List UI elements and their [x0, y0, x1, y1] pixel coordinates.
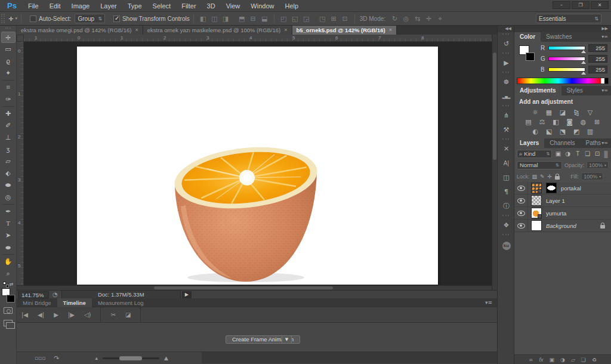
zoom-level-field[interactable]: 141.75% [18, 291, 49, 298]
tab-measurement-log[interactable]: Measurement Log [92, 298, 150, 307]
vertical-scrollbar[interactable] [492, 35, 497, 290]
filter-type-layers-icon[interactable]: T [574, 150, 581, 157]
distribute-left-edges-icon[interactable]: ◳ [317, 15, 328, 23]
green-value-field[interactable]: 255 [588, 55, 607, 63]
paragraph-panel-icon[interactable]: ¶ [498, 185, 515, 199]
hue-saturation-icon[interactable]: ▤ [524, 118, 533, 126]
levels-icon[interactable]: ▦ [544, 109, 554, 116]
tab-channels[interactable]: Channels [544, 138, 580, 148]
show-transform-checkbox[interactable] [113, 16, 120, 22]
gradient-map-icon[interactable]: ▥ [585, 128, 595, 135]
shape-tool[interactable]: ● [1, 243, 16, 251]
menu-window[interactable]: Window [245, 0, 279, 12]
visibility-cell[interactable] [514, 195, 528, 207]
opacity-dropdown[interactable]: 100% ▾ [587, 161, 609, 169]
pen-tool[interactable]: ✒ [1, 206, 16, 217]
link-layers-icon[interactable]: ∞ [529, 357, 533, 363]
first-frame-button[interactable]: |◀ [17, 311, 33, 318]
color-lookup-icon[interactable]: ⊞ [593, 118, 602, 126]
layer-style-fx-icon[interactable]: fx [539, 357, 544, 363]
fill-dropdown[interactable]: 100% ▾ [581, 172, 603, 180]
blue-slider-thumb[interactable] [581, 72, 586, 75]
3d-zoom-icon[interactable]: ⌖ [435, 15, 445, 23]
blue-slider[interactable] [548, 67, 585, 72]
menu-layer[interactable]: Layer [95, 0, 122, 12]
lasso-tool[interactable]: ϱ [1, 55, 16, 67]
threshold-icon[interactable]: ⬔ [558, 128, 567, 135]
lock-all-icon[interactable] [555, 176, 560, 180]
dock-drag-handle[interactable] [502, 33, 509, 36]
layer-row-portakal[interactable]: portakal [514, 182, 611, 195]
horizontal-scrollbar[interactable] [17, 285, 492, 290]
panel-menu-icon[interactable]: ▾≡ [601, 88, 608, 93]
clone-source-panel-icon[interactable]: ✕ [498, 142, 515, 156]
quick-selection-tool[interactable]: ✦ [1, 67, 16, 79]
actions-panel-icon[interactable]: ▶ [498, 56, 515, 70]
move-tool[interactable]: ✛ [1, 32, 16, 43]
timeline-zoom-slider[interactable] [103, 357, 159, 359]
document-tab-1[interactable]: ekstra maske ornegi.psd @ 142% (RGB/16) … [17, 26, 143, 35]
menu-edit[interactable]: Edit [44, 0, 66, 12]
menu-file[interactable]: File [23, 0, 44, 12]
distribute-top-edges-icon[interactable]: ◰ [279, 15, 289, 23]
history-panel-icon[interactable]: ↺ [498, 37, 515, 51]
healing-brush-tool[interactable]: ✚ [1, 108, 16, 119]
menu-type[interactable]: Type [122, 0, 147, 12]
layer-thumbnail[interactable] [531, 220, 542, 231]
document-tab-3-active[interactable]: b5_ornek5.psd @ 142% (RGB/16) × [292, 26, 397, 35]
lock-position-icon[interactable]: ✛ [548, 174, 553, 180]
path-selection-tool[interactable]: ➤ [1, 230, 16, 241]
tab-timeline[interactable]: Timeline [57, 298, 92, 307]
split-clip-icon[interactable]: ✂ [106, 311, 120, 318]
distribute-bottom-edges-icon[interactable]: ◲ [301, 15, 311, 23]
clone-stamp-tool[interactable]: ⊥ [1, 132, 16, 143]
eye-icon[interactable] [517, 198, 525, 203]
quick-mask-button[interactable] [4, 307, 13, 314]
zoom-out-icon[interactable]: ▴ [95, 355, 98, 361]
auto-select-group-dropdown[interactable]: Group ⇅ [75, 14, 105, 23]
vertical-scrollbar-thumb[interactable] [493, 53, 496, 160]
close-button[interactable]: ✕ [591, 1, 609, 9]
3d-slide-icon[interactable]: ✛ [424, 15, 434, 23]
curves-icon[interactable]: ◪ [558, 109, 567, 116]
tool-presets-panel-icon[interactable]: ⚒ [498, 123, 515, 137]
align-bottom-edges-icon[interactable]: ⬓ [260, 15, 270, 23]
smudge-tool[interactable]: ⬬ [1, 180, 16, 191]
foreground-background-swatches[interactable] [2, 288, 15, 303]
panel-menu-icon[interactable]: ▾≡ [485, 300, 492, 306]
menu-select[interactable]: Select [147, 0, 177, 12]
align-left-edges-icon[interactable]: ◧ [198, 15, 208, 23]
collapse-panels-icon[interactable]: ▶▶ [514, 26, 611, 32]
color-panel-swatches[interactable] [519, 45, 535, 61]
dock-drag-handle[interactable] [502, 105, 509, 107]
canvas-pasteboard[interactable] [24, 42, 492, 285]
align-vertical-centers-icon[interactable]: ⊟ [248, 15, 258, 23]
document-tab-2[interactable]: ekstra ornek yazı maskeleme.psd @ 100% (… [143, 26, 292, 35]
info-panel-icon[interactable]: ⓘ [498, 199, 515, 214]
background-color-swatch[interactable] [526, 53, 535, 61]
channel-mixer-icon[interactable]: ◍ [579, 118, 588, 126]
lock-transparency-icon[interactable]: ▨ [532, 174, 538, 180]
blend-mode-dropdown[interactable]: Normal ⇅ [517, 161, 562, 169]
distribute-right-edges-icon[interactable]: ⊡ [340, 15, 350, 23]
eye-icon[interactable] [517, 211, 525, 216]
menu-3d[interactable]: 3D [202, 0, 221, 12]
layer-row-yumurta[interactable]: yumurta [514, 207, 611, 220]
horizontal-scrollbar-thumb[interactable] [154, 286, 333, 289]
crop-tool[interactable]: ⌗ [1, 82, 16, 93]
transition-icon[interactable]: ◪ [121, 311, 135, 318]
workspace-dropdown[interactable]: Essentials ⇅ [536, 14, 601, 23]
horizontal-ruler[interactable]: 1 0 1 2 3 4 5 6 7 8 [24, 35, 492, 42]
new-layer-icon[interactable]: ❏ [581, 357, 586, 363]
previous-frame-button[interactable]: ◀| [33, 311, 49, 318]
filter-pixel-layers-icon[interactable]: ▣ [554, 150, 561, 157]
tab-close-icon[interactable]: × [389, 26, 392, 35]
filter-toggle-switch[interactable]: ▮ [603, 148, 609, 159]
distribute-horizontal-centers-icon[interactable]: ⊞ [329, 15, 339, 23]
black-white-icon[interactable]: ◧ [551, 118, 561, 126]
kuler-panel-icon[interactable]: ku [498, 237, 515, 252]
audio-toggle-button[interactable]: ◁) [79, 311, 96, 318]
green-slider-thumb[interactable] [581, 61, 586, 64]
filter-smart-objects-icon[interactable]: ⊡ [594, 150, 601, 157]
align-top-edges-icon[interactable]: ⬒ [237, 15, 247, 23]
